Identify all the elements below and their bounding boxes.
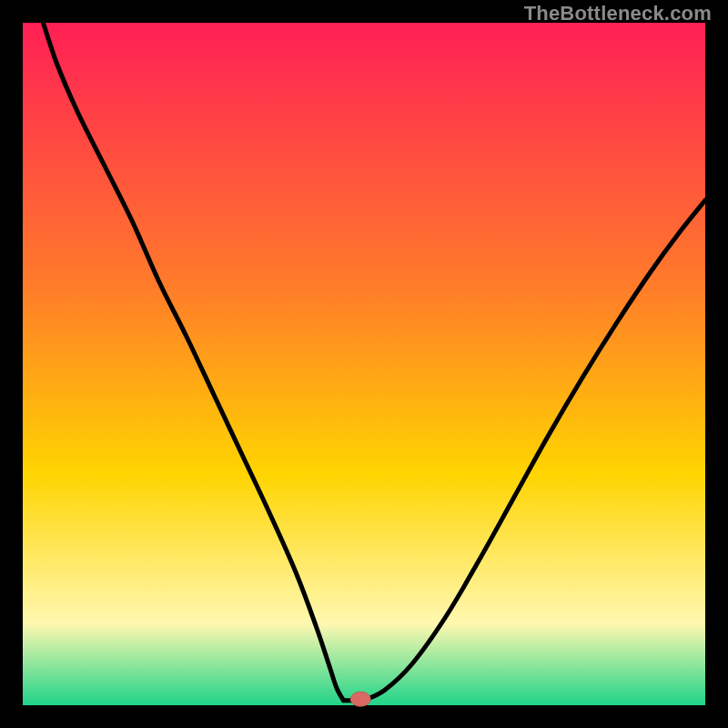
plot-background <box>23 23 705 705</box>
bottleneck-chart <box>0 0 728 728</box>
watermark-text: TheBottleneck.com <box>524 2 712 25</box>
optimum-marker <box>350 692 370 706</box>
chart-frame: TheBottleneck.com <box>0 0 728 728</box>
